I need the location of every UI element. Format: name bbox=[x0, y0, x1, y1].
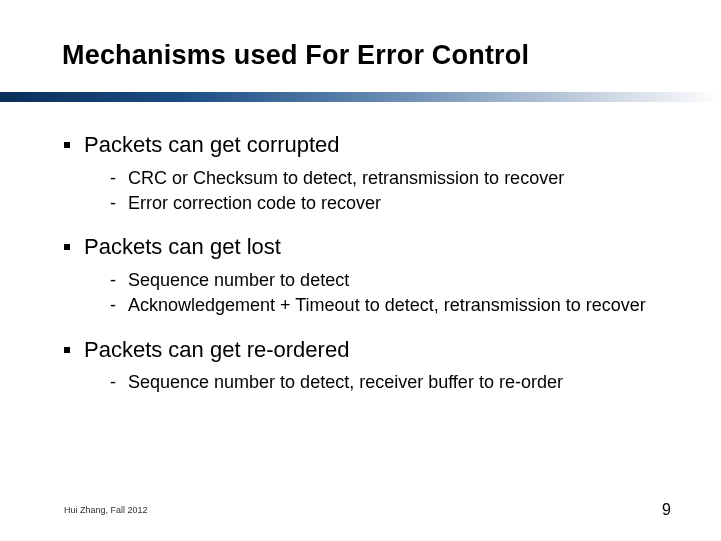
title-divider bbox=[0, 92, 721, 102]
dash-icon: - bbox=[110, 294, 122, 317]
slide: Mechanisms used For Error Control Packet… bbox=[0, 0, 721, 541]
sub-item: - Acknowledgement + Timeout to detect, r… bbox=[110, 294, 681, 317]
sub-item: - Error correction code to recover bbox=[110, 192, 681, 215]
footer-author: Hui Zhang, Fall 2012 bbox=[64, 505, 148, 515]
square-bullet-icon bbox=[64, 244, 70, 250]
dash-icon: - bbox=[110, 269, 122, 292]
bullet-item: Packets can get re-ordered bbox=[64, 336, 681, 364]
slide-title: Mechanisms used For Error Control bbox=[62, 40, 681, 71]
sub-text: Sequence number to detect, receiver buff… bbox=[128, 371, 563, 394]
bullet-group-2: Packets can get lost - Sequence number t… bbox=[64, 233, 681, 317]
bullet-item: Packets can get corrupted bbox=[64, 131, 681, 159]
sub-list: - Sequence number to detect - Acknowledg… bbox=[110, 269, 681, 318]
square-bullet-icon bbox=[64, 142, 70, 148]
bullet-item: Packets can get lost bbox=[64, 233, 681, 261]
bullet-text: Packets can get lost bbox=[84, 233, 281, 261]
square-bullet-icon bbox=[64, 347, 70, 353]
slide-content: Packets can get corrupted - CRC or Check… bbox=[64, 131, 681, 394]
bullet-text: Packets can get corrupted bbox=[84, 131, 340, 159]
sub-item: - Sequence number to detect bbox=[110, 269, 681, 292]
dash-icon: - bbox=[110, 371, 122, 394]
sub-list: - CRC or Checksum to detect, retransmiss… bbox=[110, 167, 681, 216]
sub-item: - Sequence number to detect, receiver bu… bbox=[110, 371, 681, 394]
bullet-group-1: Packets can get corrupted - CRC or Check… bbox=[64, 131, 681, 215]
sub-list: - Sequence number to detect, receiver bu… bbox=[110, 371, 681, 394]
sub-text: Acknowledgement + Timeout to detect, ret… bbox=[128, 294, 646, 317]
sub-item: - CRC or Checksum to detect, retransmiss… bbox=[110, 167, 681, 190]
page-number: 9 bbox=[662, 501, 671, 519]
sub-text: Error correction code to recover bbox=[128, 192, 381, 215]
dash-icon: - bbox=[110, 192, 122, 215]
dash-icon: - bbox=[110, 167, 122, 190]
bullet-group-3: Packets can get re-ordered - Sequence nu… bbox=[64, 336, 681, 395]
sub-text: Sequence number to detect bbox=[128, 269, 349, 292]
sub-text: CRC or Checksum to detect, retransmissio… bbox=[128, 167, 564, 190]
bullet-text: Packets can get re-ordered bbox=[84, 336, 349, 364]
